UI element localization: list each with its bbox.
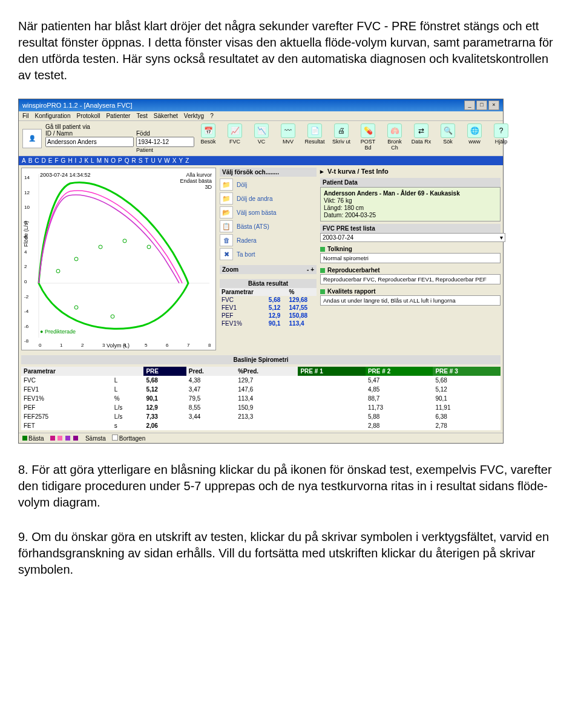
alpha-U[interactable]: U — [150, 157, 156, 164]
alpha-G[interactable]: G — [61, 157, 67, 164]
menu-item[interactable]: Säkerhet — [154, 113, 178, 119]
alpha-V[interactable]: V — [157, 157, 163, 164]
menu-item[interactable]: Verktyg — [184, 113, 204, 119]
close-button[interactable]: × — [488, 100, 499, 110]
paragraph-intro: När patienten har blåst klart dröjer det… — [18, 18, 563, 84]
tb-bronkch[interactable]: 🫁Bronk Ch — [384, 123, 405, 153]
swatch-green — [22, 436, 27, 441]
alpha-M[interactable]: M — [96, 157, 103, 164]
alpha-Z[interactable]: Z — [185, 157, 190, 164]
tb-www[interactable]: 🌐www — [464, 123, 485, 153]
tool-item[interactable]: ✖Ta bort — [220, 248, 317, 260]
predicted-legend: ● Predikterade — [40, 329, 76, 335]
alpha-I[interactable]: I — [74, 157, 78, 164]
pd-val: 180 cm — [344, 205, 364, 211]
tb-fvc[interactable]: 📈FVC — [225, 123, 245, 153]
tb-sok[interactable]: 🔍Sök — [438, 123, 458, 153]
alpha-C[interactable]: C — [34, 157, 40, 164]
result-icon: 📄 — [307, 123, 322, 138]
alpha-A[interactable]: A — [21, 157, 27, 164]
tool-icon: ✖ — [220, 248, 233, 260]
legend-3d[interactable]: 3D — [180, 184, 212, 190]
zoom-label: Zoom — [222, 266, 238, 273]
swatch-pink — [57, 436, 62, 441]
tool-item[interactable]: 📂Välj som bästa — [220, 206, 317, 218]
menu-item[interactable]: Protokoll — [77, 113, 100, 119]
alpha-N[interactable]: N — [103, 157, 110, 164]
alpha-J[interactable]: J — [78, 157, 83, 164]
tb-besok[interactable]: 📅Besök — [198, 123, 218, 153]
alpha-B[interactable]: B — [28, 157, 34, 164]
alpha-K[interactable]: K — [84, 157, 90, 164]
cell: 4,85 — [366, 385, 433, 394]
alpha-W[interactable]: W — [163, 157, 171, 164]
cell: 3,47 — [186, 385, 235, 394]
tool-item[interactable]: 📋Bästa (ATS) — [220, 220, 317, 232]
alpha-R[interactable]: R — [131, 157, 137, 164]
tb-print[interactable]: 🖨Skriv ut — [331, 123, 352, 153]
minimize-button[interactable]: _ — [464, 100, 475, 110]
svg-text:4: 4 — [24, 249, 27, 255]
cell: 3,44 — [186, 412, 235, 421]
tb-postbd[interactable]: 💊POST Bd — [358, 123, 378, 153]
tb-datarx[interactable]: ⇄Data Rx — [411, 123, 432, 153]
menu-item[interactable]: Patienter — [106, 113, 130, 119]
maximize-button[interactable]: □ — [476, 100, 487, 110]
menu-item[interactable]: Test — [136, 113, 147, 119]
alpha-S[interactable]: S — [138, 157, 144, 164]
tool-label: Välj som bästa — [237, 209, 277, 216]
tb-vc[interactable]: 📉VC — [251, 123, 272, 153]
repro-value: Reproducerbar FVC, Reproducerbar FEV1, R… — [320, 274, 501, 284]
expand-icon[interactable]: ▸ — [320, 168, 324, 175]
cell: PEF — [21, 403, 112, 412]
tb-label: MvV — [283, 139, 294, 145]
zoom-minus[interactable]: - — [307, 266, 309, 273]
cell: 7,33 — [298, 412, 366, 421]
alpha-T[interactable]: T — [144, 157, 149, 164]
alpha-Y[interactable]: Y — [178, 157, 184, 164]
tool-item[interactable]: 📁Dölj de andra — [220, 192, 317, 205]
flow-volume-chart: -8-6-4-202468101214 012345678 2003-07-24… — [21, 168, 216, 350]
patient-name-input[interactable] — [45, 137, 134, 147]
tb-resultat[interactable]: 📄Resultat — [304, 123, 325, 153]
menu-item[interactable]: ? — [210, 113, 214, 119]
cell: 12,9 — [143, 403, 186, 412]
patient-born-input[interactable] — [136, 137, 194, 147]
alpha-P[interactable]: P — [117, 157, 123, 164]
zoom-plus[interactable]: + — [310, 266, 314, 273]
tool-item[interactable]: 📁Dölj — [220, 179, 317, 191]
alpha-D[interactable]: D — [41, 157, 47, 164]
tb-help[interactable]: ?Hjälp — [491, 123, 511, 153]
mvv-icon: 〰 — [281, 123, 295, 138]
tool-icon: 🗑 — [220, 234, 233, 246]
alpha-Q[interactable]: Q — [124, 157, 131, 164]
menu-item[interactable]: Konfiguration — [35, 113, 71, 119]
tb-mvv[interactable]: 〰MvV — [278, 123, 298, 153]
alpha-H[interactable]: H — [67, 157, 73, 164]
alpha-O[interactable]: O — [110, 157, 117, 164]
fvc-list-dropdown[interactable]: 2003-07-24▾ — [320, 233, 505, 242]
green-indicator — [320, 289, 325, 294]
menu-item[interactable]: Fil — [22, 113, 29, 119]
cell: 5,47 — [366, 376, 433, 385]
svg-text:-6: -6 — [24, 324, 29, 329]
svg-text:2: 2 — [24, 264, 27, 269]
cell: 8,55 — [186, 403, 235, 412]
svg-text:10: 10 — [24, 205, 30, 210]
alpha-L[interactable]: L — [90, 157, 96, 164]
alpha-X[interactable]: X — [172, 157, 178, 164]
cell: 90,1 — [267, 320, 287, 327]
svg-text:12: 12 — [24, 190, 30, 195]
quality-label: Kvalitets rapport — [327, 288, 375, 295]
alpha-E[interactable]: E — [48, 157, 54, 164]
legend-best[interactable]: Endast bästa — [180, 178, 212, 184]
legend-all[interactable]: Alla kurvor — [180, 172, 212, 178]
patient-data-title: Patient Data — [320, 178, 501, 187]
tool-item[interactable]: 🗑Radera — [220, 234, 317, 246]
bc-param: Parametrar — [21, 367, 112, 376]
pd-key: Datum: — [324, 212, 343, 218]
svg-text:3: 3 — [102, 343, 105, 348]
status-borttagen: Borttagen — [119, 435, 145, 442]
pd-val: 2004-03-25 — [345, 212, 376, 218]
alpha-F[interactable]: F — [54, 157, 59, 164]
